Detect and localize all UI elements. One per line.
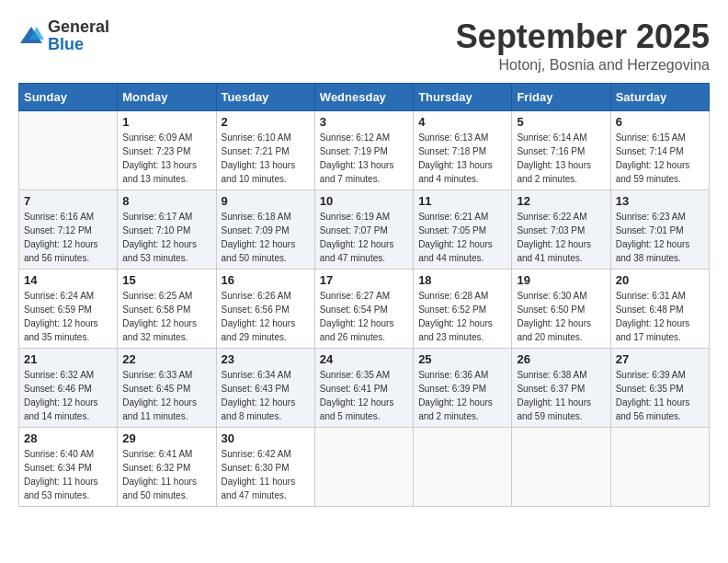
- calendar-day-cell: 1Sunrise: 6:09 AMSunset: 7:23 PMDaylight…: [118, 110, 216, 190]
- day-info: Sunrise: 6:24 AMSunset: 6:59 PMDaylight:…: [24, 289, 112, 344]
- day-info: Sunrise: 6:42 AMSunset: 6:30 PMDaylight:…: [222, 447, 310, 502]
- calendar-day-cell: [314, 427, 413, 506]
- day-info: Sunrise: 6:41 AMSunset: 6:32 PMDaylight:…: [122, 447, 210, 502]
- day-number: 21: [24, 352, 112, 366]
- calendar-day-cell: [512, 427, 610, 506]
- day-number: 16: [222, 273, 310, 287]
- day-info: Sunrise: 6:14 AMSunset: 7:16 PMDaylight:…: [517, 131, 605, 186]
- day-number: 13: [616, 194, 704, 208]
- day-number: 19: [517, 273, 605, 287]
- calendar-day-cell: 23Sunrise: 6:34 AMSunset: 6:43 PMDayligh…: [216, 348, 314, 427]
- calendar-day-cell: 9Sunrise: 6:18 AMSunset: 7:09 PMDaylight…: [216, 190, 314, 269]
- day-number: 23: [222, 352, 310, 366]
- calendar-week-row: 21Sunrise: 6:32 AMSunset: 6:46 PMDayligh…: [19, 348, 710, 427]
- weekday-header: Friday: [512, 83, 610, 110]
- day-number: 10: [320, 194, 408, 208]
- calendar-day-cell: 3Sunrise: 6:12 AMSunset: 7:19 PMDaylight…: [314, 110, 413, 190]
- weekday-header: Thursday: [414, 83, 512, 110]
- calendar-day-cell: 22Sunrise: 6:33 AMSunset: 6:45 PMDayligh…: [118, 348, 216, 427]
- day-info: Sunrise: 6:10 AMSunset: 7:21 PMDaylight:…: [222, 131, 310, 186]
- calendar-day-cell: 14Sunrise: 6:24 AMSunset: 6:59 PMDayligh…: [19, 269, 118, 348]
- day-number: 3: [320, 115, 408, 129]
- day-info: Sunrise: 6:38 AMSunset: 6:37 PMDaylight:…: [517, 368, 605, 423]
- weekday-header: Tuesday: [216, 83, 314, 110]
- calendar-day-cell: 17Sunrise: 6:27 AMSunset: 6:54 PMDayligh…: [314, 269, 413, 348]
- calendar-day-cell: 2Sunrise: 6:10 AMSunset: 7:21 PMDaylight…: [216, 110, 314, 190]
- day-info: Sunrise: 6:19 AMSunset: 7:07 PMDaylight:…: [320, 210, 408, 265]
- calendar-day-cell: 30Sunrise: 6:42 AMSunset: 6:30 PMDayligh…: [216, 427, 314, 506]
- day-number: 4: [418, 115, 506, 129]
- day-number: 22: [122, 352, 210, 366]
- calendar-day-cell: 26Sunrise: 6:38 AMSunset: 6:37 PMDayligh…: [512, 348, 610, 427]
- logo-icon: [18, 23, 44, 49]
- calendar-day-cell: 18Sunrise: 6:28 AMSunset: 6:52 PMDayligh…: [414, 269, 512, 348]
- weekday-header: Saturday: [610, 83, 709, 110]
- day-number: 26: [517, 352, 605, 366]
- day-info: Sunrise: 6:16 AMSunset: 7:12 PMDaylight:…: [24, 210, 112, 265]
- calendar-week-row: 14Sunrise: 6:24 AMSunset: 6:59 PMDayligh…: [19, 269, 710, 348]
- day-info: Sunrise: 6:18 AMSunset: 7:09 PMDaylight:…: [222, 210, 310, 265]
- day-info: Sunrise: 6:34 AMSunset: 6:43 PMDaylight:…: [222, 368, 310, 423]
- calendar-day-cell: 20Sunrise: 6:31 AMSunset: 6:48 PMDayligh…: [610, 269, 709, 348]
- day-info: Sunrise: 6:31 AMSunset: 6:48 PMDaylight:…: [616, 289, 704, 344]
- day-number: 29: [122, 431, 210, 445]
- logo-blue: Blue: [48, 35, 84, 53]
- logo: General Blue: [18, 18, 109, 53]
- calendar-week-row: 7Sunrise: 6:16 AMSunset: 7:12 PMDaylight…: [19, 190, 710, 269]
- title-area: September 2025 Hotonj, Bosnia and Herzeg…: [456, 18, 710, 74]
- day-info: Sunrise: 6:27 AMSunset: 6:54 PMDaylight:…: [320, 289, 408, 344]
- day-number: 27: [616, 352, 704, 366]
- day-info: Sunrise: 6:09 AMSunset: 7:23 PMDaylight:…: [122, 131, 210, 186]
- day-info: Sunrise: 6:39 AMSunset: 6:35 PMDaylight:…: [616, 368, 704, 423]
- day-info: Sunrise: 6:25 AMSunset: 6:58 PMDaylight:…: [122, 289, 210, 344]
- day-number: 24: [320, 352, 408, 366]
- day-info: Sunrise: 6:17 AMSunset: 7:10 PMDaylight:…: [122, 210, 210, 265]
- day-info: Sunrise: 6:33 AMSunset: 6:45 PMDaylight:…: [122, 368, 210, 423]
- day-number: 18: [418, 273, 506, 287]
- calendar-week-row: 1Sunrise: 6:09 AMSunset: 7:23 PMDaylight…: [19, 110, 710, 190]
- calendar-day-cell: 21Sunrise: 6:32 AMSunset: 6:46 PMDayligh…: [19, 348, 118, 427]
- day-info: Sunrise: 6:21 AMSunset: 7:05 PMDaylight:…: [418, 210, 506, 265]
- day-info: Sunrise: 6:28 AMSunset: 6:52 PMDaylight:…: [418, 289, 506, 344]
- calendar-day-cell: [414, 427, 512, 506]
- calendar-day-cell: 29Sunrise: 6:41 AMSunset: 6:32 PMDayligh…: [118, 427, 216, 506]
- calendar-day-cell: [19, 110, 118, 190]
- calendar-day-cell: 27Sunrise: 6:39 AMSunset: 6:35 PMDayligh…: [610, 348, 709, 427]
- location-title: Hotonj, Bosnia and Herzegovina: [456, 57, 710, 74]
- day-number: 14: [24, 273, 112, 287]
- day-info: Sunrise: 6:30 AMSunset: 6:50 PMDaylight:…: [517, 289, 605, 344]
- weekday-header-row: SundayMondayTuesdayWednesdayThursdayFrid…: [19, 83, 710, 110]
- weekday-header: Monday: [118, 83, 216, 110]
- calendar-day-cell: 24Sunrise: 6:35 AMSunset: 6:41 PMDayligh…: [314, 348, 413, 427]
- calendar-week-row: 28Sunrise: 6:40 AMSunset: 6:34 PMDayligh…: [19, 427, 710, 506]
- calendar-day-cell: 15Sunrise: 6:25 AMSunset: 6:58 PMDayligh…: [118, 269, 216, 348]
- day-number: 6: [616, 115, 704, 129]
- weekday-header: Wednesday: [314, 83, 413, 110]
- header: General Blue September 2025 Hotonj, Bosn…: [18, 18, 710, 74]
- calendar-day-cell: 13Sunrise: 6:23 AMSunset: 7:01 PMDayligh…: [610, 190, 709, 269]
- day-number: 8: [122, 194, 210, 208]
- day-info: Sunrise: 6:22 AMSunset: 7:03 PMDaylight:…: [517, 210, 605, 265]
- day-info: Sunrise: 6:12 AMSunset: 7:19 PMDaylight:…: [320, 131, 408, 186]
- calendar-day-cell: [610, 427, 709, 506]
- day-number: 2: [222, 115, 310, 129]
- calendar-day-cell: 5Sunrise: 6:14 AMSunset: 7:16 PMDaylight…: [512, 110, 610, 190]
- month-title: September 2025: [456, 18, 710, 55]
- calendar-day-cell: 25Sunrise: 6:36 AMSunset: 6:39 PMDayligh…: [414, 348, 512, 427]
- day-info: Sunrise: 6:32 AMSunset: 6:46 PMDaylight:…: [24, 368, 112, 423]
- calendar-day-cell: 7Sunrise: 6:16 AMSunset: 7:12 PMDaylight…: [19, 190, 118, 269]
- day-info: Sunrise: 6:35 AMSunset: 6:41 PMDaylight:…: [320, 368, 408, 423]
- day-info: Sunrise: 6:23 AMSunset: 7:01 PMDaylight:…: [616, 210, 704, 265]
- calendar-day-cell: 16Sunrise: 6:26 AMSunset: 6:56 PMDayligh…: [216, 269, 314, 348]
- calendar-day-cell: 11Sunrise: 6:21 AMSunset: 7:05 PMDayligh…: [414, 190, 512, 269]
- calendar-day-cell: 6Sunrise: 6:15 AMSunset: 7:14 PMDaylight…: [610, 110, 709, 190]
- day-number: 5: [517, 115, 605, 129]
- calendar-day-cell: 10Sunrise: 6:19 AMSunset: 7:07 PMDayligh…: [314, 190, 413, 269]
- day-info: Sunrise: 6:26 AMSunset: 6:56 PMDaylight:…: [222, 289, 310, 344]
- day-info: Sunrise: 6:15 AMSunset: 7:14 PMDaylight:…: [616, 131, 704, 186]
- day-number: 9: [222, 194, 310, 208]
- weekday-header: Sunday: [19, 83, 118, 110]
- calendar-day-cell: 28Sunrise: 6:40 AMSunset: 6:34 PMDayligh…: [19, 427, 118, 506]
- day-info: Sunrise: 6:13 AMSunset: 7:18 PMDaylight:…: [418, 131, 506, 186]
- day-number: 1: [122, 115, 210, 129]
